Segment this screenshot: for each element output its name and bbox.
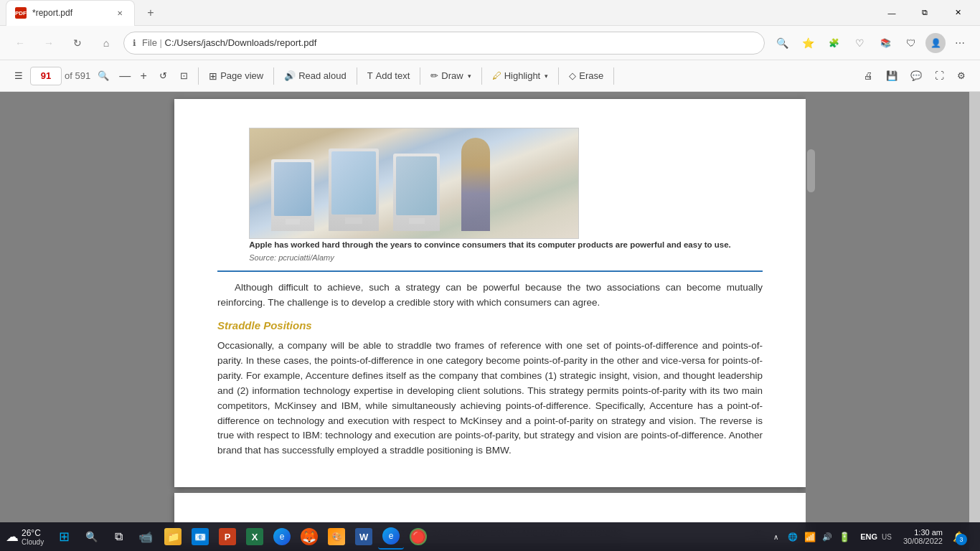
rotate-button[interactable]: ↺ xyxy=(154,65,173,88)
zoom-in-button[interactable]: + xyxy=(135,67,152,85)
task-view-icon: ⧉ xyxy=(110,528,127,545)
comment-button[interactable]: 💬 xyxy=(905,65,928,88)
scrollbar-track xyxy=(969,92,980,551)
toolbar-divider-7 xyxy=(613,67,614,85)
search-taskbar-icon: 🔍 xyxy=(83,528,100,545)
tray-network-icon[interactable]: 🌐 xyxy=(786,529,800,544)
read-aloud-label: Read aloud xyxy=(298,70,347,81)
print-button[interactable]: 🖨 xyxy=(858,65,879,88)
browser-toolbar-icons: 🔍 ⭐ 🧩 ♡ 📚 🛡 👤 ⋯ xyxy=(771,32,971,55)
apple-store-image xyxy=(249,128,579,239)
pdf-settings-button[interactable]: ⚙ xyxy=(951,65,971,88)
pdf-menu-button[interactable]: ☰ xyxy=(9,65,29,88)
fit-page-button[interactable]: ⊡ xyxy=(174,65,194,88)
section-divider xyxy=(217,270,763,272)
add-text-label: Add text xyxy=(376,70,410,81)
draw-dropdown-arrow: ▾ xyxy=(468,72,471,80)
tray-battery-icon[interactable]: 🔋 xyxy=(837,529,852,544)
page-input-wrap: 91 of 591 xyxy=(30,67,90,85)
powerpoint-icon: P xyxy=(219,528,236,545)
url-info-icon: ℹ xyxy=(133,38,136,48)
back-button[interactable]: ← xyxy=(9,32,32,55)
draw-button[interactable]: ✏ Draw ▾ xyxy=(425,65,476,88)
forward-button[interactable]: → xyxy=(37,32,60,55)
paint-button[interactable]: 🎨 xyxy=(324,524,349,550)
clock[interactable]: 1:30 am 30/08/2022 xyxy=(903,528,943,545)
collections2-button[interactable]: 📚 xyxy=(874,32,897,55)
powerpoint-button[interactable]: P xyxy=(215,524,240,550)
home-button[interactable]: ⌂ xyxy=(95,32,118,55)
scrollbar-thumb[interactable] xyxy=(807,149,815,192)
file-explorer-button[interactable]: 📁 xyxy=(160,524,186,550)
maximize-button[interactable]: ⧉ xyxy=(908,1,941,24)
page-number-input[interactable]: 91 xyxy=(30,67,62,85)
add-text-icon: T xyxy=(367,70,373,81)
weather-condition: Cloudy xyxy=(22,538,44,546)
chrome-button[interactable]: 🔴 xyxy=(405,524,431,550)
search-pdf-button[interactable]: 🔍 xyxy=(92,65,115,88)
task-view-button[interactable]: ⧉ xyxy=(105,524,131,550)
page-view-icon: ⊞ xyxy=(209,70,217,82)
taskbar-search-button[interactable]: 🔍 xyxy=(78,524,104,550)
word-button[interactable]: W xyxy=(351,524,377,550)
zoom-button[interactable]: 🔍 xyxy=(771,32,793,55)
windows-icon: ⊞ xyxy=(55,528,72,545)
image-container: Apple has worked hard through the years … xyxy=(217,128,763,262)
zoom-out-button[interactable]: — xyxy=(116,67,133,85)
active-tab[interactable]: PDF *report.pdf ✕ xyxy=(6,0,135,26)
minimize-button[interactable]: — xyxy=(875,1,908,24)
word-icon: W xyxy=(355,528,372,545)
fullscreen-button[interactable]: ⛶ xyxy=(929,65,950,88)
erase-button[interactable]: ◇ Erase xyxy=(563,65,609,88)
excel-button[interactable]: X xyxy=(242,524,268,550)
taskbar: ☁ 26°C Cloudy ⊞ 🔍 ⧉ 📹 📁 📧 P X e 🦊 xyxy=(0,522,980,551)
tab-close-button[interactable]: ✕ xyxy=(114,7,126,19)
edge-icon: e xyxy=(273,528,291,545)
pdf-toolbar: ☰ 91 of 591 🔍 — + ↺ ⊡ ⊞ Page view 🔊 Read… xyxy=(0,60,980,92)
edge-active-button[interactable]: e xyxy=(378,524,404,550)
window-controls: — ⧉ ✕ xyxy=(875,1,974,24)
tab-title: *report.pdf xyxy=(32,8,108,18)
refresh-button[interactable]: ↻ xyxy=(66,32,89,55)
profile-button[interactable]: 👤 xyxy=(925,33,946,53)
collections-button[interactable]: ♡ xyxy=(848,32,871,55)
tray-arrow-icon[interactable]: ∧ xyxy=(768,529,783,544)
tray-speaker-icon[interactable]: 🔊 xyxy=(820,529,834,544)
pdf-main-wrapper: Apple has worked hard through the years … xyxy=(0,92,980,551)
weather-widget[interactable]: ☁ 26°C Cloudy xyxy=(6,528,44,546)
page-view-button[interactable]: ⊞ Page view xyxy=(203,65,269,88)
url-bar[interactable]: ℹ File | C:/Users/jasch/Downloads/report… xyxy=(123,32,765,55)
firefox-button[interactable]: 🦊 xyxy=(296,524,322,550)
draw-label: Draw xyxy=(441,70,463,81)
extensions-button[interactable]: 🧩 xyxy=(822,32,845,55)
notification-badge: 3 xyxy=(956,534,967,545)
edge-button[interactable]: e xyxy=(269,524,295,550)
tray-icons: ∧ 🌐 📶 🔊 🔋 xyxy=(768,529,852,544)
erase-icon: ◇ xyxy=(569,70,576,81)
weather-temperature: 26°C xyxy=(22,528,44,538)
favorites-button[interactable]: ⭐ xyxy=(796,32,819,55)
start-button[interactable]: ⊞ xyxy=(51,524,77,550)
teams-button[interactable]: 📹 xyxy=(133,524,159,550)
tab-favicon: PDF xyxy=(15,7,27,19)
menu-button[interactable]: ⋯ xyxy=(948,32,971,55)
outlook-button[interactable]: 📧 xyxy=(187,524,213,550)
add-text-button[interactable]: T Add text xyxy=(362,65,416,88)
highlight-button[interactable]: 🖊 Highlight ▾ xyxy=(486,65,555,88)
url-text: File | C:/Users/jasch/Downloads/report.p… xyxy=(142,37,755,48)
notification-area[interactable]: 🔔 3 xyxy=(948,527,969,547)
excel-icon: X xyxy=(246,528,263,545)
page-view-label: Page view xyxy=(220,70,263,81)
weather-icon: ☁ xyxy=(6,529,19,545)
read-aloud-icon: 🔊 xyxy=(284,70,296,81)
read-aloud-button[interactable]: 🔊 Read aloud xyxy=(278,65,352,88)
close-button[interactable]: ✕ xyxy=(941,1,974,24)
save-button[interactable]: 💾 xyxy=(880,65,903,88)
page-total-label: of 591 xyxy=(65,70,90,81)
tray-wifi-icon[interactable]: 📶 xyxy=(803,529,817,544)
erase-label: Erase xyxy=(579,70,603,81)
shield-icon-button[interactable]: 🛡 xyxy=(900,32,923,55)
title-bar: PDF *report.pdf ✕ + — ⧉ ✕ xyxy=(0,0,980,26)
new-tab-button[interactable]: + xyxy=(141,3,161,23)
highlight-label: Highlight xyxy=(504,70,541,81)
